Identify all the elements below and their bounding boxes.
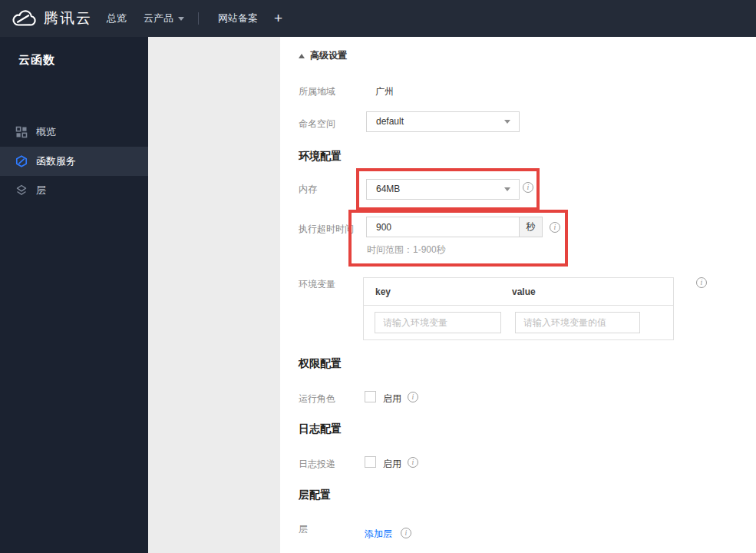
timeout-unit: 秒 bbox=[519, 217, 542, 237]
envvar-key-input[interactable] bbox=[375, 312, 501, 333]
memory-info-icon[interactable]: i bbox=[523, 182, 533, 193]
settings-form: 高级设置 所属地域 广州 命名空间 default 环境配置 内存 64MB i… bbox=[280, 37, 756, 553]
sidebar-menu: 概览 函数服务 层 bbox=[0, 118, 148, 205]
envvar-label: 环境变量 bbox=[299, 278, 335, 291]
region-label: 所属地域 bbox=[299, 85, 335, 98]
chevron-down-icon bbox=[178, 17, 184, 21]
tencent-cloud-logo-icon bbox=[11, 8, 37, 28]
envvar-table-row bbox=[364, 306, 673, 340]
sidebar-item-label: 层 bbox=[36, 184, 46, 197]
namespace-selected-value: default bbox=[376, 116, 404, 127]
run-role-enable-label: 启用 bbox=[383, 392, 401, 406]
sidebar-item-label: 函数服务 bbox=[36, 154, 76, 168]
log-delivery-enable-label: 启用 bbox=[383, 458, 401, 471]
envvar-table-header: key value bbox=[364, 278, 673, 306]
sidebar: 云函数 概览 函数服务 层 bbox=[0, 37, 148, 553]
top-navbar: 腾讯云 总览 云产品 网站备案 + bbox=[0, 0, 756, 37]
log-config-title: 日志配置 bbox=[299, 422, 342, 436]
env-config-title: 环境配置 bbox=[299, 150, 342, 164]
timeout-label: 执行超时时间 bbox=[299, 223, 354, 236]
advanced-settings-label: 高级设置 bbox=[310, 49, 347, 62]
envvar-key-header: key bbox=[375, 286, 391, 297]
timeout-info-icon[interactable]: i bbox=[550, 222, 560, 233]
envvar-value-header: value bbox=[512, 286, 536, 297]
namespace-select[interactable]: default bbox=[366, 111, 520, 132]
log-delivery-checkbox[interactable] bbox=[365, 456, 376, 468]
memory-selected-value: 64MB bbox=[376, 184, 400, 194]
chevron-down-icon bbox=[504, 120, 510, 124]
namespace-label: 命名空间 bbox=[299, 118, 335, 131]
log-delivery-label: 日志投递 bbox=[299, 458, 335, 471]
nav-add-button[interactable]: + bbox=[274, 0, 282, 37]
brand-name: 腾讯云 bbox=[44, 8, 92, 28]
nav-item-overview[interactable]: 总览 bbox=[107, 0, 127, 37]
memory-label: 内存 bbox=[299, 183, 317, 196]
run-role-info-icon[interactable]: i bbox=[408, 392, 418, 402]
sidebar-item-label: 概览 bbox=[36, 125, 56, 139]
region-value: 广州 bbox=[375, 85, 394, 98]
log-delivery-info-icon[interactable]: i bbox=[408, 457, 418, 468]
add-layer-link[interactable]: 添加层 bbox=[365, 528, 392, 541]
brand[interactable]: 腾讯云 bbox=[11, 0, 92, 37]
permission-config-title: 权限配置 bbox=[299, 357, 342, 371]
nav-divider bbox=[198, 12, 199, 25]
memory-select[interactable]: 64MB bbox=[366, 179, 520, 200]
secondary-panel bbox=[148, 37, 280, 553]
chevron-down-icon bbox=[504, 187, 510, 191]
collapse-arrow-icon bbox=[299, 54, 305, 58]
nav-item-cloud-products[interactable]: 云产品 bbox=[144, 0, 184, 37]
sidebar-item-overview[interactable]: 概览 bbox=[0, 118, 148, 147]
timeout-input-group: 秒 bbox=[366, 217, 543, 237]
sidebar-title: 云函数 bbox=[0, 37, 148, 68]
nav-item-icp-filing[interactable]: 网站备案 bbox=[218, 0, 258, 37]
grid-icon bbox=[15, 126, 28, 138]
advanced-settings-toggle[interactable]: 高级设置 bbox=[299, 49, 347, 62]
layer-config-title: 层配置 bbox=[299, 488, 331, 502]
run-role-label: 运行角色 bbox=[299, 392, 335, 406]
sidebar-item-function-service[interactable]: 函数服务 bbox=[0, 147, 148, 176]
envvar-info-icon[interactable]: i bbox=[696, 277, 707, 288]
run-role-checkbox[interactable] bbox=[365, 391, 376, 402]
function-icon bbox=[15, 155, 28, 167]
layers-icon bbox=[15, 184, 28, 197]
timeout-hint: 时间范围：1-900秒 bbox=[367, 243, 446, 257]
sidebar-item-layers[interactable]: 层 bbox=[0, 176, 148, 205]
envvar-value-input[interactable] bbox=[515, 312, 640, 333]
timeout-input[interactable] bbox=[367, 217, 519, 237]
add-layer-info-icon[interactable]: i bbox=[401, 528, 411, 538]
layer-label: 层 bbox=[299, 523, 308, 536]
envvar-table: key value bbox=[363, 277, 674, 340]
